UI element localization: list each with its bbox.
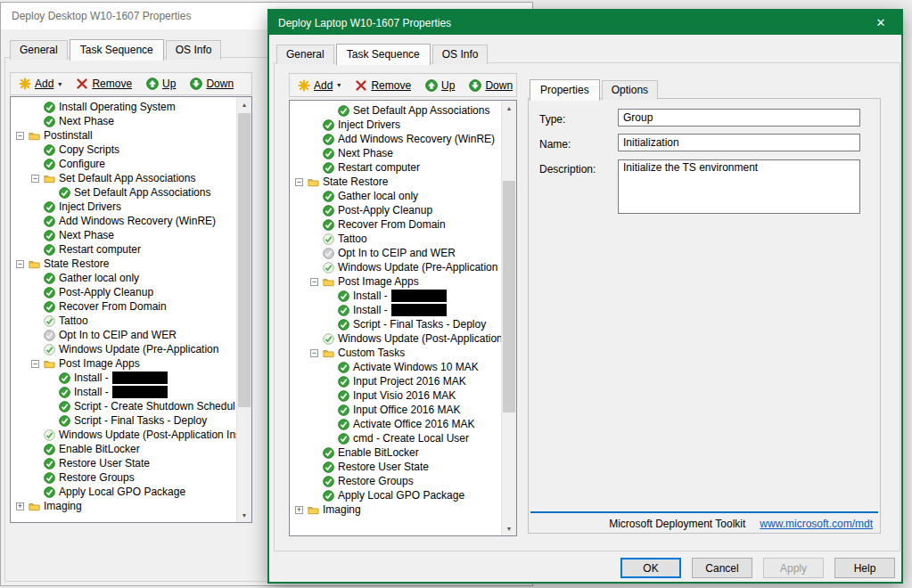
- tree-item[interactable]: Set Default App Associations: [11, 185, 236, 200]
- tab-task-sequence[interactable]: Task Sequence: [70, 39, 164, 61]
- expand-icon[interactable]: +: [295, 506, 303, 514]
- tree-item[interactable]: Activate Windows 10 MAK: [290, 360, 501, 374]
- tree-item[interactable]: Restore User State: [290, 460, 501, 474]
- collapse-icon[interactable]: −: [16, 260, 24, 268]
- description-field[interactable]: Initialize the TS environment: [618, 159, 860, 214]
- tree-item[interactable]: Script - Final Tasks - Deploy: [290, 317, 501, 331]
- tab-general[interactable]: General: [276, 45, 334, 64]
- remove-button[interactable]: Remove: [355, 79, 411, 92]
- tree-item[interactable]: Restart computer: [290, 160, 501, 175]
- add-dropdown-caret-icon[interactable]: ▾: [337, 81, 341, 89]
- tree-item[interactable]: Enable BitLocker: [290, 445, 501, 460]
- tree-item[interactable]: Set Default App Associations: [290, 103, 501, 118]
- tree-item[interactable]: Configure: [11, 157, 236, 171]
- remove-button[interactable]: Remove: [76, 78, 132, 90]
- scroll-thumb[interactable]: [503, 181, 515, 412]
- tree-item[interactable]: Next Phase: [11, 228, 236, 242]
- apply-button[interactable]: Apply: [763, 558, 824, 578]
- type-field[interactable]: [618, 109, 860, 127]
- tree-item[interactable]: Restart computer: [11, 242, 236, 257]
- name-field[interactable]: [618, 134, 860, 151]
- tree-item[interactable]: Add Windows Recovery (WinRE): [290, 132, 501, 146]
- add-button[interactable]: Add ▾: [298, 79, 341, 92]
- tree-item[interactable]: Restore Groups: [11, 470, 236, 485]
- close-icon[interactable]: ✕: [869, 11, 892, 35]
- scroll-down-icon[interactable]: ▼: [237, 508, 251, 522]
- tree-item[interactable]: Tattoo: [290, 232, 501, 246]
- tree-item[interactable]: Restore Groups: [290, 474, 501, 488]
- tree-item[interactable]: Input Project 2016 MAK: [290, 374, 501, 388]
- help-button[interactable]: Help: [834, 558, 895, 578]
- tree-item[interactable]: Install -: [11, 371, 236, 385]
- collapse-icon[interactable]: −: [310, 278, 318, 286]
- tree-item[interactable]: Opt In to CEIP and WER: [290, 246, 501, 260]
- scroll-up-icon[interactable]: ▲: [237, 97, 251, 111]
- ok-button[interactable]: OK: [620, 558, 681, 578]
- tree-item[interactable]: Inject Drivers: [11, 200, 236, 214]
- tree-item[interactable]: Input Visio 2016 MAK: [290, 388, 501, 403]
- tree-item[interactable]: Add Windows Recovery (WinRE): [11, 214, 236, 228]
- cancel-button[interactable]: Cancel: [692, 558, 752, 578]
- tree-item[interactable]: Tattoo: [11, 314, 236, 328]
- tree-item[interactable]: Copy Scripts: [11, 143, 236, 157]
- tree-item[interactable]: Script - Create Shutdown Schedul: [11, 399, 236, 413]
- tree-item[interactable]: Restore User State: [11, 456, 236, 470]
- add-button[interactable]: Add ▾: [19, 78, 62, 90]
- up-button[interactable]: Up: [146, 78, 176, 90]
- tree-item[interactable]: Install Operating System: [11, 100, 236, 114]
- tree-item[interactable]: Post-Apply Cleanup: [290, 203, 501, 217]
- tree-item[interactable]: cmd - Create Local User: [290, 431, 501, 445]
- front-window-titlebar[interactable]: Deploy Laptop W10-1607 Properties ✕: [269, 11, 901, 35]
- back-tree-scrollbar[interactable]: ▲ ▼: [236, 97, 251, 522]
- tree-item[interactable]: Activate Office 2016 MAK: [290, 417, 501, 431]
- front-tree-scrollbar[interactable]: ▲ ▼: [501, 101, 516, 535]
- tab-general[interactable]: General: [10, 40, 68, 60]
- collapse-icon[interactable]: −: [16, 132, 24, 140]
- tree-item[interactable]: Enable BitLocker: [11, 442, 236, 456]
- tree-item[interactable]: Apply Local GPO Package: [11, 485, 236, 499]
- tree-item[interactable]: Gather local only: [290, 189, 501, 203]
- tree-item[interactable]: +Imaging: [11, 499, 236, 513]
- tree-item[interactable]: Script - Final Tasks - Deploy: [11, 413, 236, 428]
- collapse-icon[interactable]: −: [31, 175, 39, 183]
- tree-item[interactable]: Apply Local GPO Package: [290, 488, 501, 502]
- collapse-icon[interactable]: −: [31, 360, 39, 368]
- tree-item[interactable]: −Postinstall: [11, 128, 236, 143]
- down-button[interactable]: Down: [469, 79, 513, 92]
- tree-item[interactable]: Gather local only: [11, 271, 236, 285]
- add-dropdown-caret-icon[interactable]: ▾: [58, 80, 62, 88]
- collapse-icon[interactable]: −: [310, 349, 318, 357]
- collapse-icon[interactable]: −: [295, 178, 303, 186]
- tree-item[interactable]: Windows Update (Pre-Application Inst: [290, 260, 501, 274]
- tree-item[interactable]: −State Restore: [11, 257, 236, 271]
- tree-item[interactable]: Inject Drivers: [290, 118, 501, 132]
- tree-item[interactable]: Recover From Domain: [290, 217, 501, 232]
- expand-icon[interactable]: +: [16, 502, 24, 510]
- tree-item[interactable]: Input Office 2016 MAK: [290, 403, 501, 417]
- tree-item[interactable]: −Post Image Apps: [11, 356, 236, 371]
- tree-item[interactable]: Next Phase: [11, 114, 236, 128]
- tree-item[interactable]: Install -: [11, 385, 236, 399]
- tree-item[interactable]: −Custom Tasks: [290, 346, 501, 360]
- tab-os-info[interactable]: OS Info: [166, 40, 222, 60]
- tab-task-sequence[interactable]: Task Sequence: [336, 44, 431, 65]
- scroll-thumb[interactable]: [238, 113, 251, 407]
- tree-item[interactable]: Opt In to CEIP and WER: [11, 328, 236, 342]
- tree-item[interactable]: Post-Apply Cleanup: [11, 285, 236, 299]
- scroll-up-icon[interactable]: ▲: [502, 101, 516, 115]
- mdt-link[interactable]: www.microsoft.com/mdt: [760, 518, 873, 530]
- down-button[interactable]: Down: [190, 78, 234, 90]
- tree-item[interactable]: −Post Image Apps: [290, 274, 501, 289]
- tree-item[interactable]: Next Phase: [290, 146, 501, 160]
- back-task-sequence-tree[interactable]: Install Operating SystemNext Phase−Posti…: [10, 96, 252, 523]
- tab-os-info[interactable]: OS Info: [432, 45, 489, 64]
- tree-item[interactable]: Windows Update (Pre-Application: [11, 342, 236, 356]
- tree-item[interactable]: Install -: [290, 303, 501, 317]
- tree-item[interactable]: Recover From Domain: [11, 299, 236, 314]
- tree-item[interactable]: −Set Default App Associations: [11, 171, 236, 185]
- scroll-down-icon[interactable]: ▼: [502, 521, 516, 535]
- tab-options[interactable]: Options: [602, 80, 658, 100]
- tree-item[interactable]: Windows Update (Post-Application Ins: [11, 428, 236, 442]
- front-task-sequence-tree[interactable]: Set Default App AssociationsInject Drive…: [289, 100, 517, 536]
- up-button[interactable]: Up: [425, 79, 455, 92]
